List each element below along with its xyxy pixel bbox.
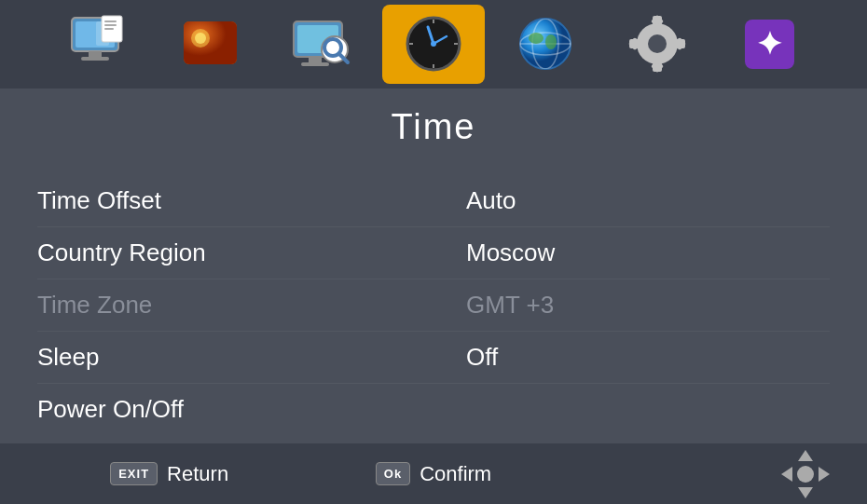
photo-icon: [180, 14, 241, 75]
svg-rect-8: [104, 28, 114, 30]
settings-label-power-onoff: Power On/Off: [37, 395, 466, 424]
search-icon: [292, 14, 352, 75]
settings-row-sleep[interactable]: Sleep Off: [37, 332, 830, 384]
svg-point-12: [195, 33, 206, 44]
usb-icon: ✦: [739, 14, 800, 75]
bottom-center-controls: Ok Confirm: [301, 462, 565, 486]
ok-label[interactable]: Confirm: [420, 462, 491, 486]
svg-rect-16: [301, 62, 329, 66]
settings-label-time-offset: Time Offset: [37, 186, 466, 215]
desktop-icon: [68, 14, 129, 75]
nav-item-globe[interactable]: [494, 5, 597, 84]
svg-point-33: [529, 33, 544, 44]
nav-item-clock[interactable]: [382, 5, 485, 84]
settings-value-time-zone: GMT +3: [466, 291, 554, 320]
settings-label-sleep: Sleep: [37, 343, 466, 372]
nav-item-photo[interactable]: [158, 5, 261, 84]
exit-badge: EXIT: [110, 462, 158, 485]
settings-label-time-zone: Time Zone: [37, 291, 466, 320]
settings-value-country-region: Moscow: [466, 238, 555, 267]
dpad-right-arrow[interactable]: [819, 467, 830, 482]
settings-value-sleep: Off: [466, 343, 498, 372]
exit-label[interactable]: Return: [167, 462, 228, 486]
dpad-left-arrow[interactable]: [781, 467, 792, 482]
bottom-right-controls: [566, 450, 830, 498]
svg-point-34: [545, 34, 557, 49]
ok-badge: Ok: [376, 462, 410, 485]
svg-text:✦: ✦: [756, 26, 782, 61]
top-navigation: ✦: [0, 0, 867, 89]
nav-item-search[interactable]: [270, 5, 373, 84]
settings-label-country-region: Country Region: [37, 238, 466, 267]
svg-rect-7: [104, 24, 117, 26]
settings-value-time-offset: Auto: [466, 186, 516, 215]
bottom-left-controls: EXIT Return: [37, 462, 301, 486]
dpad-control[interactable]: [781, 450, 830, 498]
dpad-down-arrow[interactable]: [798, 487, 813, 498]
svg-rect-4: [81, 57, 109, 61]
clock-icon: [404, 14, 464, 75]
settings-row-country-region[interactable]: Country Region Moscow: [37, 227, 830, 279]
svg-rect-3: [89, 51, 102, 57]
globe-icon: [516, 14, 576, 75]
nav-item-gear[interactable]: [606, 5, 709, 84]
page-title: Time: [37, 107, 830, 147]
main-content: Time Time Offset Auto Country Region Mos…: [0, 89, 867, 454]
settings-list: Time Offset Auto Country Region Moscow T…: [37, 175, 830, 435]
bottom-bar: EXIT Return Ok Confirm: [0, 443, 867, 504]
settings-row-time-offset[interactable]: Time Offset Auto: [37, 175, 830, 227]
nav-item-desktop[interactable]: [47, 5, 149, 84]
settings-row-power-onoff[interactable]: Power On/Off: [37, 384, 830, 435]
svg-rect-10: [184, 21, 237, 64]
nav-item-usb[interactable]: ✦: [718, 5, 820, 84]
svg-rect-6: [104, 20, 117, 22]
gear-icon: [627, 14, 688, 75]
settings-row-time-zone: Time Zone GMT +3: [37, 279, 830, 332]
svg-point-44: [648, 34, 667, 53]
dpad-center[interactable]: [797, 466, 814, 483]
dpad-up-arrow[interactable]: [798, 450, 813, 461]
svg-rect-15: [309, 57, 322, 62]
